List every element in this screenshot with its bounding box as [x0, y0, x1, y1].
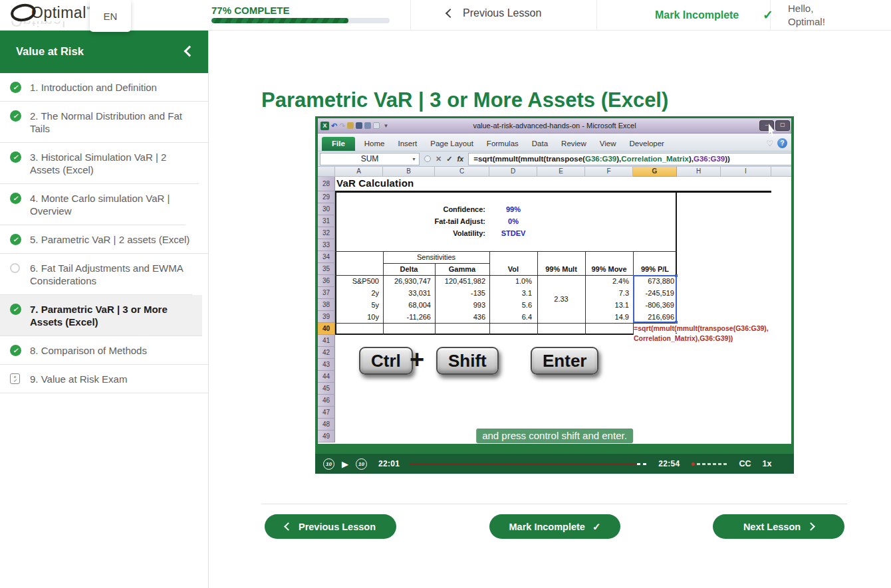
formula-part: Correlation_Matrix — [621, 155, 689, 163]
sidebar-item-lesson-9[interactable]: x✓ 9. Value at Risk Exam — [0, 365, 208, 393]
volume-slider[interactable] — [697, 463, 727, 465]
video-progress-fill — [410, 463, 638, 465]
excel-video-frame: X ↶ ↷ ▼ value-at-risk-advanced-hands-on … — [318, 118, 791, 444]
row-number-42: 42 — [318, 347, 335, 359]
check-circle-icon: ✓ — [10, 151, 21, 163]
play-button[interactable]: ▶ — [342, 459, 348, 469]
check-circle-icon: ✓ — [10, 82, 21, 93]
cell-b38: 68,004 — [383, 299, 431, 311]
col-header-gamma: Gamma — [435, 263, 489, 275]
column-header-G: G — [633, 167, 677, 177]
row-number-49: 49 — [318, 431, 335, 442]
param-value: 0% — [489, 215, 537, 227]
logo-reflection: Optimal — [11, 21, 95, 28]
mark-incomplete-link[interactable]: Mark Incomplete ✓ — [655, 7, 773, 23]
cell-d36: 1.0% — [489, 275, 532, 287]
cancel-icon: ✕ — [436, 155, 442, 163]
row-number-28: 28 — [318, 177, 335, 191]
forward-10-button[interactable]: 10 — [356, 458, 367, 470]
sidebar-item-lesson-5[interactable]: ✓ 5. Parametric VaR | 2 assets (Excel) — [0, 225, 208, 254]
video-caption: and press control shift and enter. — [476, 429, 633, 443]
next-lesson-button[interactable]: Next Lesson — [713, 514, 844, 539]
column-header-E: E — [537, 167, 585, 177]
lesson-label: 1. Introduction and Definition — [30, 80, 157, 94]
closed-captions-button[interactable]: CC — [739, 459, 751, 468]
sidebar-item-lesson-7-active[interactable]: ✓ 7. Parametric VaR | 3 or More Assets (… — [0, 295, 202, 336]
sidebar-item-lesson-1[interactable]: ✓ 1. Introduction and Definition — [0, 73, 208, 102]
cell-b36: 26,930,747 — [383, 275, 431, 287]
col-header-pl: 99% P/L — [633, 263, 677, 275]
ribbon-tab-file: File — [322, 137, 355, 151]
lesson-label: 7. Parametric VaR | 3 or More Assets (Ex… — [30, 302, 193, 328]
empty-circle-icon — [10, 262, 21, 273]
ribbon-tab-insert: Insert — [392, 137, 424, 151]
column-header-C: C — [435, 167, 489, 177]
excel-title-bar: X ↶ ↷ ▼ value-at-risk-advanced-hands-on … — [318, 118, 791, 134]
sidebar-item-lesson-4[interactable]: ✓ 4. Monte Carlo simulation VaR | Overvi… — [0, 184, 186, 225]
language-selector[interactable]: EN — [90, 0, 131, 32]
course-sidebar: Value at Risk ✓ 1. Introduction and Defi… — [0, 30, 209, 588]
check-circle-icon: ✓ — [10, 234, 21, 245]
sidebar-item-lesson-8[interactable]: ✓ 8. Comparison of Methods — [0, 336, 208, 365]
row-number-46: 46 — [318, 395, 335, 407]
divider — [410, 0, 411, 30]
column-header-I: I — [721, 167, 771, 177]
formula-part: ), — [616, 155, 621, 163]
chevron-left-icon — [184, 45, 195, 56]
ribbon-tab-review: Review — [555, 137, 593, 151]
ribbon-tab-home: Home — [358, 137, 392, 151]
sensitivities-header: Sensitivities — [383, 251, 489, 263]
param-value: 99% — [489, 203, 537, 215]
row-number-45: 45 — [318, 383, 335, 395]
ribbon-tab-formulas: Formulas — [480, 137, 525, 151]
logo-brand: Optimal — [31, 5, 86, 21]
param-label: Volatility: — [335, 227, 485, 239]
exam-icon: x✓ — [10, 373, 21, 384]
previous-lesson-button[interactable]: Previous Lesson — [265, 514, 396, 539]
ribbon-tab-developer: Developer — [623, 137, 671, 151]
active-cell-formula-line1: =sqrt(mmult(mmult(transpose(G36:G39), — [634, 324, 791, 333]
selection-range-g36-g39 — [633, 275, 677, 323]
lesson-label: 2. The Normal Distribution and Fat Tails — [30, 109, 199, 135]
sidebar-item-lesson-2[interactable]: ✓ 2. The Normal Distribution and Fat Tai… — [0, 102, 208, 143]
mark-incomplete-button[interactable]: Mark Incomplete ✓ — [489, 514, 620, 539]
lms-page: Optimal MRM Optimal EN 77% COMPLETE Prev… — [0, 0, 891, 588]
ctrl-key-graphic: Ctrl — [359, 347, 413, 375]
lesson-label: 8. Comparison of Methods — [30, 343, 147, 357]
divider — [261, 504, 847, 504]
sidebar-collapse-button[interactable] — [186, 46, 193, 58]
heart-icon: ♡ — [766, 139, 773, 148]
check-icon: ✓ — [763, 7, 773, 23]
cell-e36-merged: 2.33 — [537, 275, 585, 323]
previous-lesson-link[interactable]: Previous Lesson — [447, 7, 541, 19]
sheet-canvas: VaR Calculation Confidence: 99% Fat-tail… — [335, 177, 791, 444]
column-headers: ABCDEFGHI — [318, 167, 791, 177]
row-number-35: 35 — [318, 263, 335, 275]
excel-window-title: value-at-risk-advanced-hands-on - Micros… — [318, 122, 791, 130]
row-number-36: 36 — [318, 275, 335, 287]
sidebar-item-lesson-6[interactable]: 6. Fat Tail Adjustments and EWMA Conside… — [0, 254, 192, 295]
param-value: STDEV — [489, 227, 537, 239]
sidebar-item-lesson-3[interactable]: ✓ 3. Historical Simulation VaR | 2 Asset… — [0, 143, 199, 184]
restore-icon: ▢ — [775, 120, 790, 131]
active-cell-formula-line2: Correlation_Matrix),G36:G39)) — [634, 334, 791, 343]
cell-c36: 120,451,982 — [435, 275, 485, 287]
cell-a39: 10y — [335, 311, 379, 323]
greeting-line2: Optimal! — [788, 15, 825, 29]
playback-speed-button[interactable]: 1x — [762, 459, 771, 468]
cell-a36: S&P500 — [335, 275, 379, 287]
video-player[interactable]: X ↶ ↷ ▼ value-at-risk-advanced-hands-on … — [315, 116, 794, 474]
rewind-10-button[interactable]: 10 — [323, 458, 334, 470]
chevron-right-icon — [807, 522, 815, 531]
check-circle-icon: ✓ — [10, 345, 21, 356]
row-number-39: 39 — [318, 311, 335, 323]
param-label: Fat-tail Adjust: — [335, 215, 485, 227]
lesson-label: 6. Fat Tail Adjustments and EWMA Conside… — [30, 261, 183, 287]
optimal-logo[interactable]: Optimal MRM Optimal — [11, 4, 95, 28]
formula-part: =sqrt(mmult(mmult(transpose( — [473, 155, 585, 163]
video-progress-bar[interactable] — [410, 463, 648, 465]
column-header-D: D — [489, 167, 537, 177]
cell-b39: -11,266 — [383, 311, 431, 323]
chevron-left-icon — [445, 9, 455, 18]
cell-b37: 33,031 — [383, 287, 431, 299]
